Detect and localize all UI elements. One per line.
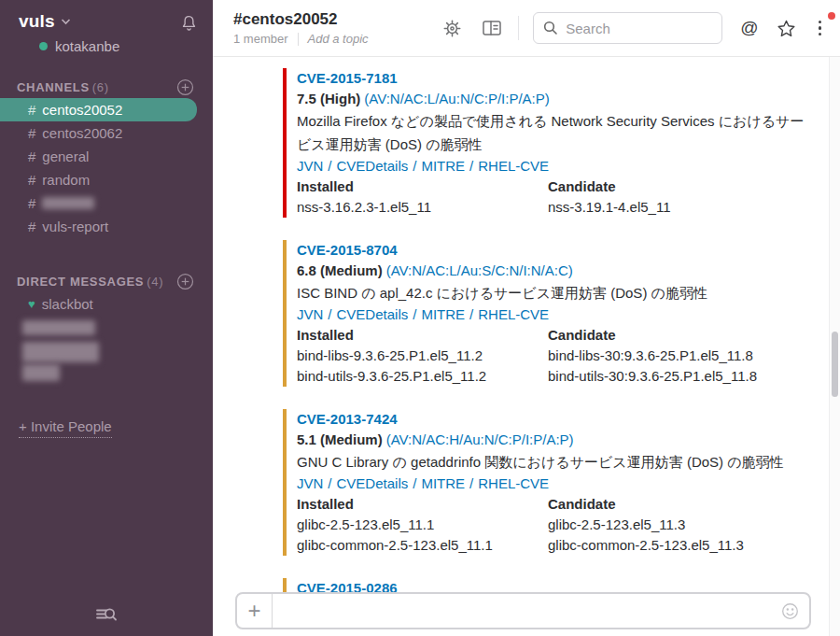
add-topic-link[interactable]: Add a topic [308, 32, 369, 46]
cve-description: GNU C Library の getaddrinfo 関数におけるサービス運用… [297, 450, 784, 473]
cve-link[interactable]: CVE-2015-7181 [297, 70, 398, 86]
cvss-score: 5.1 (Medium) [297, 431, 383, 447]
cve-link[interactable]: CVE-2013-7424 [297, 411, 398, 427]
search-icon [543, 21, 558, 35]
installed-package: bind-libs-9.3.6-25.P1.el5_11.2 [297, 346, 548, 366]
notifications-bell-icon[interactable] [180, 14, 198, 36]
installed-package: glibc-2.5-123.el5_11.1 [297, 515, 548, 535]
blurred-dm-name [22, 320, 95, 335]
cvss-vector-link[interactable]: (AV:N/AC:L/Au:N/C:P/I:P/A:P) [364, 91, 549, 106]
sidebar-item-centos20052[interactable]: # centos20052 [0, 98, 197, 121]
mitre-link[interactable]: MITRE [421, 306, 465, 322]
cve-attachment: CVE-2013-7424 5.1 (Medium)(AV:N/AC:H/Au:… [283, 409, 840, 556]
candidate-package: glibc-common-2.5-123.el5_11.3 [548, 535, 784, 556]
cve-links: JVN/CVEDetails/MITRE/RHEL-CVE [297, 156, 818, 177]
sidebar-item-vuls-report[interactable]: # vuls-report [0, 215, 213, 238]
sidebar-item-random[interactable]: # random [0, 168, 213, 191]
cvedetails-link[interactable]: CVEDetails [337, 306, 409, 322]
channel-label: random [42, 172, 90, 188]
member-count[interactable]: 1 member [233, 32, 288, 46]
more-options-kebab-icon[interactable] [813, 19, 828, 38]
mentions-at-icon[interactable]: @ [740, 18, 758, 38]
mitre-link[interactable]: MITRE [421, 475, 465, 491]
add-dm-icon[interactable] [176, 273, 194, 290]
workspace-name: vuls [19, 11, 55, 32]
scrollbar-thumb[interactable] [832, 332, 838, 397]
hash-icon: # [28, 172, 35, 188]
search-input[interactable] [566, 21, 712, 36]
divider [298, 33, 299, 46]
cvedetails-link[interactable]: CVEDetails [337, 475, 409, 491]
channel-pane: #centos20052 1 member Add a topic [213, 0, 840, 636]
installed-label: Installed [297, 494, 548, 515]
rhel-cve-link[interactable]: RHEL-CVE [478, 158, 549, 174]
presence-dot-icon [39, 42, 48, 50]
slack-app: vuls kotakanbe CHANNELS(6) [0, 0, 840, 636]
user-presence[interactable]: kotakanbe [19, 32, 119, 54]
cve-link[interactable]: CVE-2015-8704 [297, 242, 398, 258]
sidebar-item-blurred-channel[interactable]: # [0, 191, 213, 215]
cve-links: JVN/CVEDetails/MITRE/RHEL-CVE [297, 473, 784, 494]
mitre-link[interactable]: MITRE [421, 158, 465, 174]
installed-label: Installed [297, 325, 548, 346]
emoji-smiley-icon[interactable] [781, 602, 799, 620]
cvss-vector-link[interactable]: (AV:N/AC:L/Au:S/C:N/I:N/A:C) [386, 262, 573, 278]
message-composer: + [235, 592, 811, 629]
cve-links: JVN/CVEDetails/MITRE/RHEL-CVE [297, 304, 757, 325]
sidebar-item-blurred-dm[interactable] [0, 316, 213, 339]
installed-package: glibc-common-2.5-123.el5_11.1 [297, 535, 548, 556]
rhel-cve-link[interactable]: RHEL-CVE [478, 475, 549, 491]
cvedetails-link[interactable]: CVEDetails [337, 158, 409, 174]
channel-title: #centos20052 [233, 10, 369, 29]
search-box[interactable] [533, 12, 722, 44]
channel-label: centos20062 [42, 125, 122, 141]
candidate-label: Candidate [548, 494, 784, 515]
jvn-link[interactable]: JVN [297, 475, 323, 491]
cve-attachment: CVE-2015-8704 6.8 (Medium)(AV:N/AC:L/Au:… [283, 240, 840, 387]
chevron-down-icon [61, 18, 71, 25]
cvss-score: 7.5 (High) [297, 91, 360, 106]
dm-header: DIRECT MESSAGES(4) [17, 275, 163, 289]
channels-section: CHANNELS(6) # centos20052 # centos20062 … [0, 76, 213, 238]
add-channel-icon[interactable] [176, 78, 194, 96]
jvn-link[interactable]: JVN [297, 306, 323, 322]
blurred-dm-name [22, 342, 99, 362]
hash-icon: # [28, 125, 35, 141]
sidebar-item-general[interactable]: # general [0, 145, 213, 168]
installed-label: Installed [297, 177, 548, 197]
cvss-vector-link[interactable]: (AV:N/AC:H/Au:N/C:P/I:P/A:P) [386, 431, 574, 447]
hash-icon: # [28, 195, 35, 211]
workspace-menu[interactable]: vuls [19, 11, 119, 32]
sidebar-item-centos20062[interactable]: # centos20062 [0, 121, 213, 145]
cve-description: ISC BIND の apl_42.c におけるサービス運用妨害 (DoS) の… [297, 281, 757, 304]
scrollbar-track [829, 57, 840, 636]
sidebar-item-slackbot[interactable]: ♥ slackbot [0, 292, 213, 316]
notification-dot [828, 12, 835, 20]
divider [518, 16, 519, 40]
attach-plus-button[interactable]: + [237, 594, 273, 628]
invite-people-link[interactable]: + Invite People [19, 418, 112, 438]
channel-search-icon[interactable] [94, 604, 119, 629]
dm-label: slackbot [42, 296, 93, 312]
hash-icon: # [28, 148, 35, 164]
cvss-score: 6.8 (Medium) [297, 262, 383, 278]
starred-items-icon[interactable] [777, 19, 796, 38]
channel-details-pane-icon[interactable] [482, 19, 502, 37]
blurred-dm-name [22, 364, 60, 381]
sidebar-item-blurred-dm[interactable] [22, 342, 213, 385]
rhel-cve-link[interactable]: RHEL-CVE [478, 306, 549, 322]
direct-messages-section: DIRECT MESSAGES(4) ♥ slackbot [0, 270, 213, 385]
username: kotakanbe [55, 38, 119, 54]
installed-package: nss-3.16.2.3-1.el5_11 [297, 197, 548, 218]
heart-icon: ♥ [28, 298, 35, 310]
candidate-package: bind-utils-30:9.3.6-25.P1.el5_11.8 [548, 366, 757, 387]
sidebar: vuls kotakanbe CHANNELS(6) [0, 0, 213, 636]
cve-description: Mozilla Firefox などの製品で使用される Network Secu… [297, 109, 818, 156]
candidate-package: glibc-2.5-123.el5_11.3 [548, 515, 784, 535]
channel-settings-gear-icon[interactable] [442, 19, 462, 38]
hash-icon: # [28, 102, 35, 118]
jvn-link[interactable]: JVN [297, 158, 323, 174]
workspace-header: vuls kotakanbe [0, 0, 213, 54]
channel-title-block: #centos20052 1 member Add a topic [233, 10, 369, 46]
message-input[interactable] [273, 594, 781, 628]
